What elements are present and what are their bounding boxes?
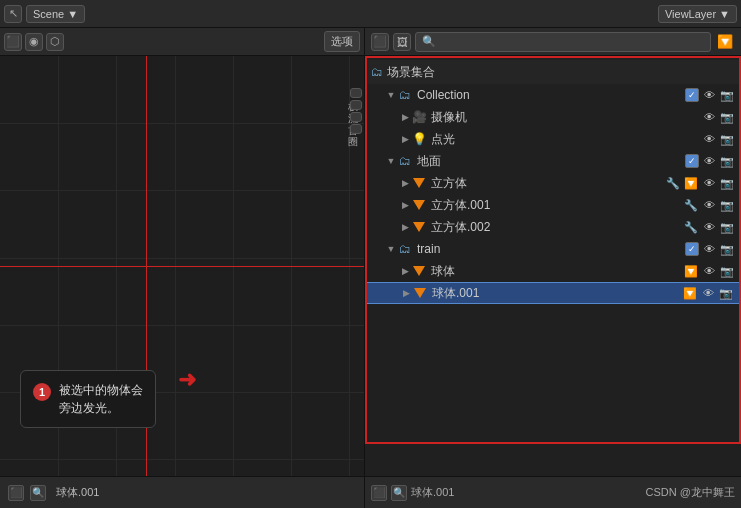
visibility-checkbox[interactable]: ✓ [685,242,699,256]
camera-actions: 👁 📷 [701,109,735,125]
arrow-icon: ➜ [178,367,196,393]
sphere1-label: 球体 [431,263,683,280]
main-area: ⬛ ◉ ⬡ 选项 > 变换 ⋮⋮ > 属性 ⋮⋮ [0,28,741,508]
filter-icon[interactable]: 🔽 [682,285,698,301]
tree-item-cube1[interactable]: ▶ 立方体 🔧 🔽 👁 📷 [365,172,741,194]
outliner-view-icon[interactable]: ⬛ [371,33,389,51]
sphere2-actions: 🔽 👁 📷 [682,285,734,301]
camera-icon: 🎥 [411,109,427,125]
camera-restrict-icon[interactable]: 📷 [719,87,735,103]
viewport-search-icon[interactable]: 🔍 [30,485,46,501]
overlay-icon[interactable]: ⬡ [46,33,64,51]
cursor-icon[interactable]: ↖ [4,5,22,23]
side-tab-ji[interactable]: 极 [350,88,362,98]
eye-icon[interactable]: 👁 [701,241,717,257]
viewport-bottom-bar: ⬛ 🔍 球体.001 [0,476,364,508]
side-tab-liu[interactable]: 流 [350,100,362,110]
tree-item-train[interactable]: ▼ 🗂 train ✓ 👁 📷 [365,238,741,260]
tree-item-light[interactable]: ▶ 💡 点光 👁 📷 [365,128,741,150]
camera-icon-action[interactable]: 📷 [719,197,735,213]
filter-icon[interactable]: 🔽 [683,175,699,191]
tree-item-sphere1[interactable]: ▶ 球体 🔽 👁 📷 [365,260,741,282]
camera-icon-action[interactable]: 📷 [719,153,735,169]
camera-icon-action[interactable]: 📷 [719,109,735,125]
eye-icon[interactable]: 👁 [701,263,717,279]
mesh-icon [411,219,427,235]
bottom-object-label: 球体.001 [411,485,642,500]
tree-item-cube2[interactable]: ▶ 立方体.001 🔧 👁 📷 [365,194,741,216]
eye-icon[interactable]: 👁 [701,153,717,169]
outliner-mode-icon[interactable]: 🖼 [393,33,411,51]
train-label: train [417,242,685,256]
mesh-icon [412,285,428,301]
scene-selector[interactable]: Scene ▼ [26,5,85,23]
bottom-search-icon[interactable]: 🔍 [391,485,407,501]
light-icon: 💡 [411,131,427,147]
camera-icon-action[interactable]: 📷 [718,285,734,301]
outliner-tree-container: 🗂 场景集合 ▼ 🗂 Collection ✓ 👁 📷 [365,56,741,476]
viewport-toolbar: ⬛ ◉ ⬡ 选项 [0,28,364,56]
cube1-label: 立方体 [431,175,665,192]
visibility-checkbox[interactable]: ✓ [685,154,699,168]
wrench-icon[interactable]: 🔧 [683,197,699,213]
tree-item-ground[interactable]: ▼ 🗂 地面 ✓ 👁 📷 [365,150,741,172]
collection-icon: 🗂 [397,153,413,169]
arrow-down-icon[interactable]: ▼ [385,243,397,255]
eye-icon[interactable]: 👁 [701,219,717,235]
outliner-search-box[interactable]: 🔍 [415,32,711,52]
light-label: 点光 [431,131,701,148]
ground-label: 地面 [417,153,685,170]
arrow-right-icon[interactable]: ▶ [399,177,411,189]
filter-icon[interactable]: 🔽 [715,32,735,52]
tree-item-collection[interactable]: ▼ 🗂 Collection ✓ 👁 📷 [365,84,741,106]
eye-icon[interactable]: 👁 [701,175,717,191]
side-tabs: 极 流 首 圈 [348,84,364,138]
filter-icon[interactable]: 🔽 [683,263,699,279]
viewport-panel: ⬛ ◉ ⬡ 选项 > 变换 ⋮⋮ > 属性 ⋮⋮ [0,28,365,508]
camera-icon-action[interactable]: 📷 [719,241,735,257]
camera-icon-action[interactable]: 📷 [719,175,735,191]
eye-icon[interactable]: 👁 [701,131,717,147]
wrench-icon[interactable]: 🔧 [665,175,681,191]
camera-label: 摄像机 [431,109,701,126]
select-label: 选项 [331,34,353,49]
eye-icon[interactable]: 👁 [701,109,717,125]
eye-icon[interactable]: 👁 [701,197,717,213]
eye-icon[interactable]: 👁 [700,285,716,301]
tree-item-sphere2[interactable]: ▶ 球体.001 🔽 👁 📷 [365,282,741,304]
arrow-right-icon[interactable]: ▶ [400,287,412,299]
arrow-right-icon[interactable]: ▶ [399,265,411,277]
arrow-right-icon[interactable]: ▶ [399,111,411,123]
arrow-down-icon[interactable]: ▼ [385,89,397,101]
collection-icon: 🗂 [397,87,413,103]
wrench-icon[interactable]: 🔧 [683,219,699,235]
tree-item-cube3[interactable]: ▶ 立方体.002 🔧 👁 📷 [365,216,741,238]
visibility-checkbox[interactable]: ✓ [685,88,699,102]
scene-icon: 🗂 [371,65,383,79]
arrow-right-icon[interactable]: ▶ [399,221,411,233]
ground-actions: ✓ 👁 📷 [685,153,735,169]
bottom-mode-icon[interactable]: ⬛ [371,485,387,501]
shading-icon[interactable]: ◉ [25,33,43,51]
search-icon: 🔍 [422,35,436,48]
view-mode-icon[interactable]: ⬛ [4,33,22,51]
arrow-right-icon[interactable]: ▶ [399,133,411,145]
outliner-panel: ⬛ 🖼 🔍 🔽 🗂 场景集合 ▼ 🗂 Col [365,28,741,508]
side-tab-shou[interactable]: 首 [350,112,362,122]
viewport-object-label: 球体.001 [56,485,99,500]
camera-icon-action[interactable]: 📷 [719,131,735,147]
collection-icon: 🗂 [397,241,413,257]
eye-icon[interactable]: 👁 [701,87,717,103]
red-axis-h [0,266,364,267]
tooltip-text: 被选中的物体会旁边发光。 [59,381,143,417]
camera-icon-action[interactable]: 📷 [719,219,735,235]
viewlayer-selector[interactable]: ViewLayer ▼ [658,5,737,23]
arrow-down-icon[interactable]: ▼ [385,155,397,167]
arrow-right-icon[interactable]: ▶ [399,199,411,211]
scene-collection-header: 🗂 场景集合 [365,60,741,84]
camera-icon-action[interactable]: 📷 [719,263,735,279]
tree-item-camera[interactable]: ▶ 🎥 摄像机 👁 📷 [365,106,741,128]
side-tab-quan[interactable]: 圈 [350,124,362,134]
select-button[interactable]: 选项 [324,31,360,52]
viewport-mode-icon[interactable]: ⬛ [8,485,24,501]
